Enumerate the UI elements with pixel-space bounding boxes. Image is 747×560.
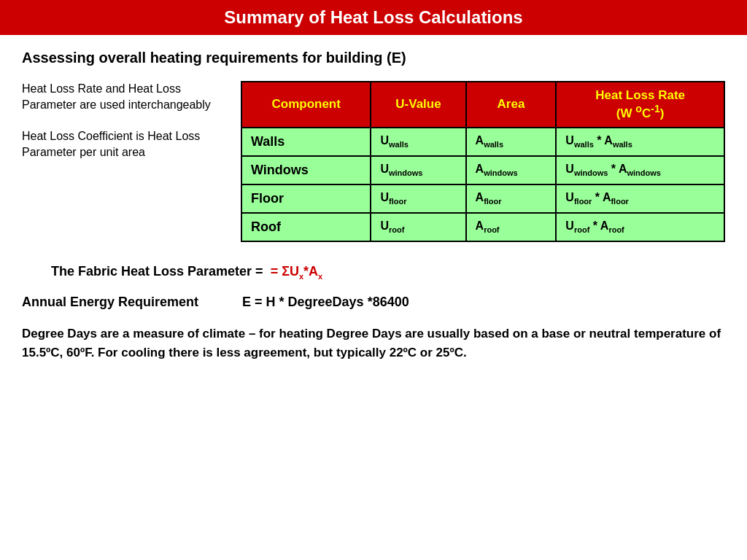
table-row-roof: Roof Uroof Aroof Uroof * Aroof bbox=[241, 213, 724, 241]
table-header-row: Component U-Value Area Heat Loss Rate(W … bbox=[241, 82, 724, 128]
note-1: Heat Loss Rate and Heat Loss Parameter a… bbox=[22, 81, 226, 114]
header-area: Area bbox=[466, 82, 557, 128]
main-section: Heat Loss Rate and Heat Loss Parameter a… bbox=[22, 81, 725, 242]
cell-windows-component: Windows bbox=[241, 156, 371, 184]
cell-roof-area: Aroof bbox=[466, 213, 557, 241]
formula-label: The Fabric Heat Loss Parameter = bbox=[51, 264, 271, 279]
header-uvalue: U-Value bbox=[371, 82, 465, 128]
cell-walls-heatloss: Uwalls * Awalls bbox=[556, 128, 724, 156]
note-2: Heat Loss Coefficient is Heat Loss Param… bbox=[22, 128, 226, 161]
table-row-floor: Floor Ufloor Afloor Ufloor * Afloor bbox=[241, 184, 724, 213]
cell-walls-component: Walls bbox=[241, 128, 371, 156]
heat-loss-table-wrapper: Component U-Value Area Heat Loss Rate(W … bbox=[241, 81, 725, 242]
cell-windows-uvalue: Uwindows bbox=[371, 156, 465, 184]
subtitle: Assessing overall heating requirements f… bbox=[22, 50, 725, 66]
header-heatlossrate: Heat Loss Rate(W oC-1) bbox=[556, 82, 724, 128]
cell-windows-area: Awindows bbox=[466, 156, 557, 184]
cell-walls-area: Awalls bbox=[466, 128, 557, 156]
page-title: Summary of Heat Loss Calculations bbox=[0, 0, 747, 35]
degree-days-section: Degree Days are a measure of climate – f… bbox=[22, 324, 725, 362]
cell-windows-heatloss: Uwindows * Awindows bbox=[556, 156, 724, 184]
cell-roof-heatloss: Uroof * Aroof bbox=[556, 213, 724, 241]
energy-formula: E = H * DegreeDays *86400 bbox=[242, 295, 409, 310]
heat-loss-table: Component U-Value Area Heat Loss Rate(W … bbox=[241, 81, 725, 242]
formula-value: = ΣUx*Ax bbox=[271, 264, 323, 279]
cell-roof-uvalue: Uroof bbox=[371, 213, 465, 241]
cell-floor-component: Floor bbox=[241, 184, 371, 213]
title-text: Summary of Heat Loss Calculations bbox=[224, 7, 522, 27]
cell-floor-area: Afloor bbox=[466, 184, 557, 213]
energy-section: Annual Energy Requirement E = H * Degree… bbox=[22, 295, 725, 310]
cell-walls-uvalue: Uwalls bbox=[371, 128, 465, 156]
cell-roof-component: Roof bbox=[241, 213, 371, 241]
degree-days-text: Degree Days are a measure of climate – f… bbox=[22, 327, 721, 359]
energy-label: Annual Energy Requirement bbox=[22, 295, 198, 310]
formula-section: The Fabric Heat Loss Parameter = = ΣUx*A… bbox=[22, 264, 725, 281]
header-component: Component bbox=[241, 82, 371, 128]
table-row-walls: Walls Uwalls Awalls Uwalls * Awalls bbox=[241, 128, 724, 156]
cell-floor-uvalue: Ufloor bbox=[371, 184, 465, 213]
table-row-windows: Windows Uwindows Awindows Uwindows * Awi… bbox=[241, 156, 724, 184]
cell-floor-heatloss: Ufloor * Afloor bbox=[556, 184, 724, 213]
left-notes: Heat Loss Rate and Heat Loss Parameter a… bbox=[22, 81, 226, 242]
main-content: Assessing overall heating requirements f… bbox=[0, 35, 747, 376]
